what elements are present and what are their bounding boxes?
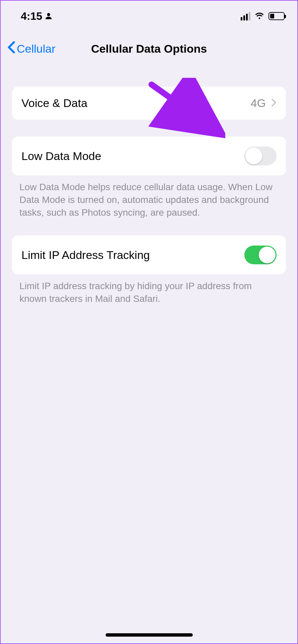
low-data-cell: Low Data Mode [12,137,286,175]
svg-point-0 [47,13,50,16]
limit-ip-label: Limit IP Address Tracking [21,249,150,262]
voice-data-value: 4G [251,97,266,110]
voice-data-cell[interactable]: Voice & Data 4G [12,87,286,120]
page-title: Cellular Data Options [91,42,207,55]
cellular-signal-icon [241,12,250,20]
settings-content: Voice & Data 4G Low Data Mode Low Data M… [1,63,297,305]
limit-ip-cell: Limit IP Address Tracking [12,235,286,274]
limit-ip-footer: Limit IP address tracking by hiding your… [12,274,286,305]
low-data-label: Low Data Mode [21,150,101,163]
nav-header: Cellular Cellular Data Options [1,28,297,63]
voice-data-group: Voice & Data 4G [12,87,286,120]
limit-ip-group: Limit IP Address Tracking Limit IP addre… [12,235,286,305]
back-button[interactable]: Cellular [7,41,55,56]
status-right [241,10,285,22]
low-data-group: Low Data Mode Low Data Mode helps reduce… [12,137,286,219]
low-data-footer: Low Data Mode helps reduce cellular data… [12,175,286,219]
status-left: 4:15 [21,10,52,22]
back-label: Cellular [17,42,55,55]
voice-data-label: Voice & Data [21,97,87,110]
chevron-left-icon [7,41,15,56]
wifi-icon [254,10,264,22]
status-bar: 4:15 [1,1,297,28]
home-indicator[interactable] [106,633,193,637]
limit-ip-toggle[interactable] [244,246,277,264]
battery-icon [269,12,285,20]
status-time: 4:15 [21,10,42,22]
person-icon [45,10,52,22]
chevron-right-icon [271,97,277,110]
low-data-toggle[interactable] [244,147,277,165]
